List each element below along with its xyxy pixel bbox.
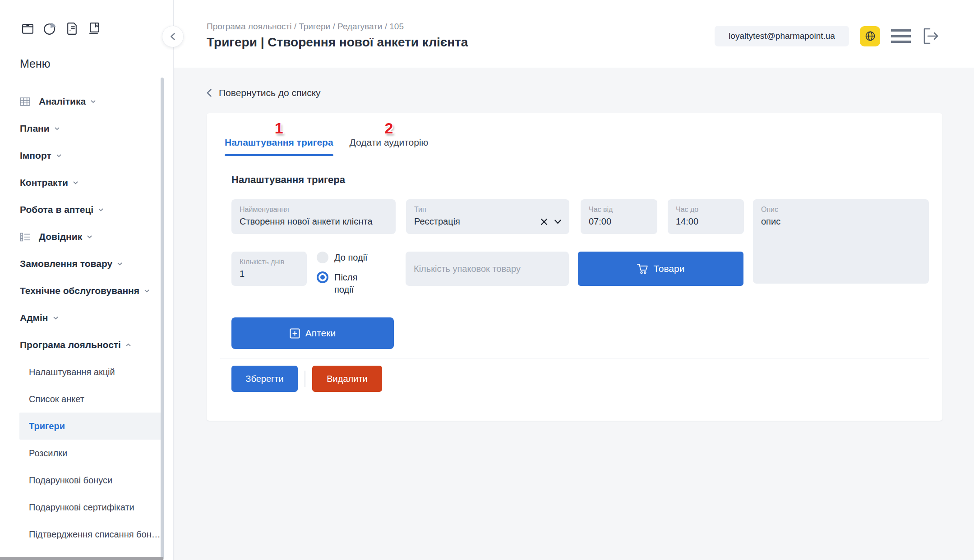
chevron-down-icon — [91, 100, 96, 103]
annotation-badge-1: 1 — [275, 120, 283, 136]
sidebar-item-import[interactable]: Імпорт — [0, 142, 173, 169]
chevron-down-icon — [55, 127, 60, 130]
sidebar-collapse-button[interactable] — [162, 26, 184, 47]
document-icon[interactable] — [65, 22, 79, 36]
event-timing-radio-group: До події Після події — [317, 252, 382, 296]
chevron-down-icon — [87, 235, 92, 239]
grid-icon — [20, 96, 31, 107]
sidebar-item-analytics[interactable]: Аналітика — [0, 88, 173, 115]
sidebar-item-plans[interactable]: Плани — [0, 115, 173, 142]
user-email-chip[interactable]: loyaltytest@pharmapoint.ua — [715, 26, 849, 46]
delete-button[interactable]: Видалити — [312, 366, 382, 392]
description-field[interactable]: Опис опис — [753, 199, 929, 284]
clear-x-icon[interactable] — [540, 218, 548, 225]
sidebar-item-gift-bonuses[interactable]: Подарункові бонуси — [0, 467, 173, 494]
sidebar-item-label: Аналітика — [39, 96, 86, 107]
sidebar-item-tech-maintenance[interactable]: Технічне обслуговування — [0, 277, 173, 304]
chevron-down-icon — [144, 289, 149, 293]
content-area: Повернутись до списку 1 Налаштування три… — [174, 68, 974, 560]
type-select[interactable]: Тип Реєстрація — [406, 199, 569, 234]
chevron-left-icon — [207, 89, 212, 97]
list-icon — [20, 231, 31, 242]
plus-square-icon — [290, 328, 300, 339]
sidebar-item-questionnaire-list[interactable]: Список анкет — [0, 386, 173, 413]
tab-add-audience[interactable]: 2 Додати аудиторію — [350, 120, 429, 156]
radio-after-event[interactable]: Після події — [317, 271, 382, 296]
trigger-form: Найменування Створення нової анкети кліє… — [207, 199, 942, 349]
sidebar-item-gift-certificates[interactable]: Подарункові сертифікати — [0, 494, 173, 521]
button-separator — [305, 371, 305, 387]
active-tab-underline — [225, 154, 333, 156]
breadcrumb: Програма лояльності / Тригери / Редагува… — [207, 22, 404, 32]
cart-icon — [637, 263, 649, 274]
logout-icon — [920, 26, 940, 46]
save-button[interactable]: Зберегти — [231, 366, 298, 392]
sidebar-item-mailings[interactable]: Розсилки — [0, 440, 173, 467]
page-title: Тригери | Створення нової анкети клієнта — [207, 35, 468, 50]
tabs: 1 Налаштування тригера 2 Додати аудиторі… — [207, 113, 942, 156]
sidebar-horizontal-scrollbar[interactable] — [0, 557, 163, 560]
sidebar-item-promo-settings[interactable]: Налаштування акцій — [0, 358, 173, 386]
chevron-down-icon — [56, 154, 61, 157]
chevron-down-icon — [98, 208, 103, 211]
packs-count-input[interactable] — [414, 264, 561, 274]
archive-icon[interactable] — [21, 22, 35, 36]
sidebar-item-triggers[interactable]: Тригери — [0, 413, 173, 440]
sidebar-border-line — [173, 0, 174, 26]
chevron-down-icon — [73, 181, 78, 184]
back-to-list-link[interactable]: Повернутись до списку — [207, 87, 321, 98]
sidebar-item-goods-order[interactable]: Замовлення товару — [0, 250, 173, 277]
sidebar: Меню Аналітика Плани Імпорт Контракти Ро… — [0, 0, 174, 560]
sidebar-item-contracts[interactable]: Контракти — [0, 169, 173, 196]
chevron-left-icon — [171, 33, 175, 40]
language-button[interactable] — [860, 26, 880, 46]
sidebar-top-icons — [0, 0, 173, 36]
sidebar-item-admin[interactable]: Адмін — [0, 304, 173, 331]
chevron-down-icon — [117, 262, 122, 266]
radio-unselected-icon[interactable] — [317, 252, 328, 263]
pharmacies-button[interactable]: Аптеки — [231, 317, 394, 349]
pie-chart-icon[interactable] — [43, 22, 57, 36]
trigger-card: 1 Налаштування тригера 2 Додати аудиторі… — [207, 113, 942, 421]
time-to-field[interactable]: Час до 14:00 — [668, 199, 744, 234]
packs-count-field[interactable] — [406, 252, 569, 286]
days-count-field[interactable]: Кількість днів 1 — [231, 252, 307, 286]
tab-trigger-settings[interactable]: 1 Налаштування тригера — [225, 120, 333, 156]
main-area: Програма лояльності / Тригери / Редагува… — [174, 0, 974, 560]
book-icon[interactable] — [87, 22, 101, 36]
chevron-up-icon — [126, 344, 131, 347]
sidebar-vertical-scrollbar[interactable] — [161, 78, 164, 560]
globe-icon — [863, 29, 877, 43]
chevron-down-icon[interactable] — [554, 220, 561, 224]
sidebar-item-bonus-writeoff-confirm[interactable]: Підтвердження списання бону... — [0, 521, 173, 548]
sidebar-item-directory[interactable]: Довідник — [0, 223, 173, 250]
page-header: Програма лояльності / Тригери / Редагува… — [174, 0, 974, 68]
radio-before-event[interactable]: До події — [317, 252, 382, 264]
time-from-field[interactable]: Час від 07:00 — [581, 199, 657, 234]
divider — [220, 358, 929, 358]
hamburger-menu-icon[interactable] — [891, 29, 911, 43]
chevron-down-icon — [53, 317, 58, 320]
sidebar-item-pharmacy-work[interactable]: Робота в аптеці — [0, 196, 173, 223]
logout-button[interactable] — [920, 26, 940, 46]
section-title: Налаштування тригера — [231, 174, 942, 186]
sidebar-item-loyalty-program[interactable]: Програма лояльності — [0, 331, 173, 358]
form-actions: Зберегти Видалити — [231, 366, 942, 392]
sidebar-nav: Аналітика Плани Імпорт Контракти Робота … — [0, 88, 173, 560]
radio-selected-icon[interactable] — [317, 271, 328, 283]
products-button[interactable]: Товари — [578, 252, 743, 286]
sidebar-menu-title: Меню — [20, 57, 173, 70]
name-field[interactable]: Найменування Створення нової анкети кліє… — [231, 199, 396, 234]
header-controls: loyaltytest@pharmapoint.ua — [715, 26, 940, 46]
annotation-badge-2: 2 — [384, 120, 393, 136]
